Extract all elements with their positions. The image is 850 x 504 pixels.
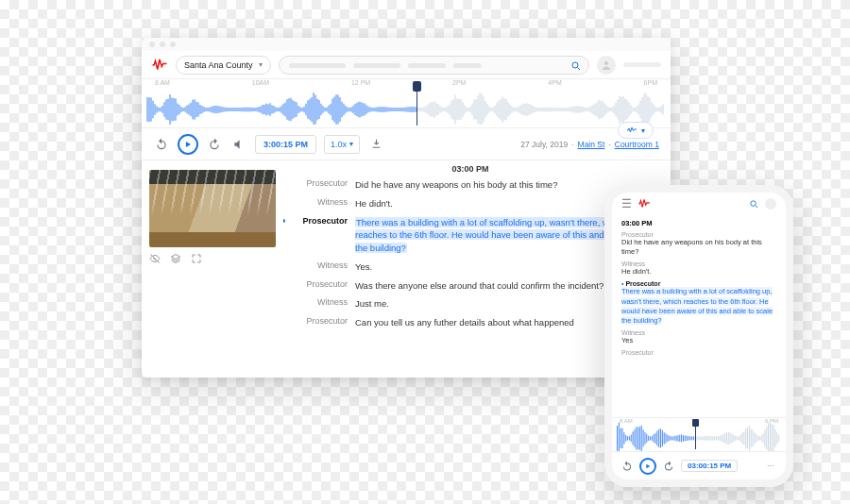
transcript-line[interactable]: Prosecutor Was there anyone else around …	[283, 279, 657, 293]
location-dropdown-label: Santa Ana County	[184, 60, 253, 70]
waveform-icon	[142, 87, 671, 125]
layers-icon[interactable]	[170, 253, 181, 264]
speaker-label: Prosecutor	[283, 279, 348, 293]
speaker-label: Witness	[283, 297, 348, 311]
speed-value: 1.0x	[331, 140, 347, 149]
svg-point-0	[572, 62, 578, 68]
app-logo-icon	[638, 197, 651, 210]
transcript-text: Did he have any weapons on his body at t…	[621, 238, 776, 257]
speaker-label: Prosecutor	[283, 216, 348, 255]
window-control-dot[interactable]	[149, 42, 155, 47]
rewind-icon[interactable]	[153, 136, 170, 153]
placeholder-skeleton	[408, 63, 446, 68]
chevron-down-icon: ▾	[641, 126, 645, 135]
thumbnail-toolbar	[149, 253, 276, 264]
audio-timeline[interactable]: 8 AM 10AM 12 PM 2PM 4PM 6PM ▾	[142, 79, 671, 128]
user-avatar-button[interactable]	[765, 198, 776, 210]
waveform-filter-button[interactable]: ▾	[618, 122, 654, 139]
chevron-down-icon: ▾	[349, 140, 353, 148]
recording-metadata: 27 July, 2019 · Main St · Courtroom 1	[520, 140, 659, 149]
transcript-text: There was a building with a lot of scaff…	[621, 287, 773, 324]
transcript-line[interactable]: Prosecutor Can you tell us any futher de…	[283, 316, 657, 329]
more-icon[interactable]: ⋯	[767, 462, 776, 470]
eye-off-icon[interactable]	[149, 253, 161, 264]
search-icon[interactable]	[749, 199, 759, 210]
current-timestamp[interactable]: 3:00:15 PM	[255, 135, 316, 154]
app-topbar: Santa Ana County ▾	[142, 51, 671, 79]
play-button[interactable]	[178, 134, 198, 155]
mobile-topbar: ☰	[612, 193, 786, 215]
app-logo-icon	[151, 57, 168, 74]
location-dropdown[interactable]: Santa Ana County ▾	[176, 56, 271, 75]
user-avatar-button[interactable]	[597, 56, 616, 75]
courtroom-link[interactable]: Courtroom 1	[615, 140, 659, 149]
transcript-line[interactable]: Witness Just me.	[283, 297, 657, 311]
current-timestamp[interactable]: 03:00:15 PM	[681, 460, 738, 472]
timeline-playhead[interactable]	[695, 420, 696, 449]
transcript-line[interactable]: Witness He didn't.	[283, 197, 657, 210]
transcript-time-header: 03:00 PM	[283, 164, 657, 174]
placeholder-skeleton	[623, 62, 661, 67]
transcript-time-header: 03:00 PM	[621, 219, 776, 227]
recording-date: 27 July, 2019	[520, 140, 568, 149]
forward-icon[interactable]	[206, 136, 223, 153]
speaker-label: Prosecutor	[283, 178, 348, 192]
transcript-text: Yes	[621, 336, 776, 345]
speaker-label: Witness	[283, 260, 348, 274]
placeholder-skeleton	[289, 63, 346, 68]
timeline-playhead[interactable]	[416, 83, 417, 126]
svg-point-2	[751, 200, 756, 206]
transcript-line[interactable]: Prosecutor Did he have any weapons on hi…	[621, 231, 776, 257]
transcript-line[interactable]: Witness Yes.	[283, 260, 657, 274]
transcript-line[interactable]: Prosecutor Did he have any weapons on hi…	[283, 178, 657, 192]
download-icon[interactable]	[367, 136, 384, 153]
transcript-line[interactable]: Witness Yes	[621, 329, 776, 345]
play-button[interactable]	[639, 458, 656, 475]
mobile-audio-timeline[interactable]: 8 AM 6 PM	[612, 417, 786, 451]
placeholder-skeleton	[353, 63, 400, 68]
courtroom-video-thumbnail[interactable]	[149, 170, 276, 247]
speaker-label: Prosecutor	[621, 349, 776, 356]
desktop-app-window: Santa Ana County ▾ 8 AM 10AM 12 PM 2PM 4…	[142, 38, 671, 378]
transcript-body: 03:00 PM Prosecutor Did he have any weap…	[142, 160, 671, 378]
window-titlebar	[142, 38, 671, 51]
location-link[interactable]: Main St	[578, 140, 605, 149]
speaker-label: Witness	[621, 329, 776, 336]
transcript-text: He didn't.	[621, 267, 776, 277]
menu-icon[interactable]: ☰	[621, 197, 632, 210]
playback-controls: 3:00:15 PM 1.0x ▾ 27 July, 2019 · Main S…	[142, 128, 671, 160]
mobile-playback-controls: 03:00:15 PM ⋯	[612, 451, 786, 479]
speaker-label: Prosecutor	[283, 316, 348, 329]
rewind-icon[interactable]	[621, 461, 633, 472]
speaker-label: Prosecutor	[621, 280, 776, 287]
transcript-line-active[interactable]: Prosecutor There was a building with a l…	[283, 216, 657, 255]
search-icon[interactable]	[570, 59, 583, 73]
mobile-transcript: 03:00 PM Prosecutor Did he have any weap…	[612, 215, 786, 417]
speaker-label: Prosecutor	[621, 231, 776, 238]
mobile-app-frame: ☰ 03:00 PM Prosecutor Did he have any we…	[604, 185, 793, 487]
search-input[interactable]	[279, 56, 589, 75]
chevron-down-icon: ▾	[259, 60, 263, 69]
playback-speed-dropdown[interactable]: 1.0x ▾	[324, 135, 360, 154]
speaker-label: Witness	[621, 260, 776, 267]
video-thumbnail-column	[142, 160, 283, 378]
window-control-dot[interactable]	[160, 42, 165, 47]
window-control-dot[interactable]	[170, 42, 176, 47]
expand-icon[interactable]	[191, 253, 202, 264]
svg-point-1	[604, 61, 608, 65]
transcript-line[interactable]: Witness He didn't.	[621, 260, 776, 277]
transcript-line[interactable]: Prosecutor	[621, 349, 776, 356]
transcript-line-active[interactable]: Prosecutor There was a building with a l…	[621, 280, 776, 326]
placeholder-skeleton	[453, 63, 482, 68]
forward-icon[interactable]	[663, 461, 674, 472]
speaker-label: Witness	[283, 197, 348, 210]
volume-icon[interactable]	[230, 136, 247, 153]
